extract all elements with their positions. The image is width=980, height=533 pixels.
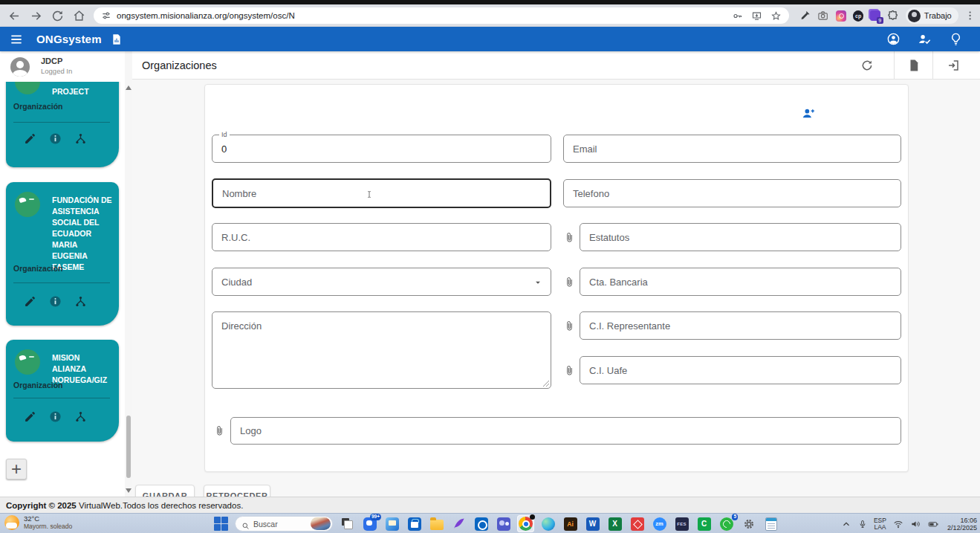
file-explorer-button[interactable] — [428, 515, 445, 532]
teams-button[interactable] — [495, 515, 512, 532]
tray-chevron-icon[interactable] — [841, 519, 851, 529]
system-tray: ESP LAA 16:06 2/12/2025 — [841, 514, 977, 533]
quill-app-button[interactable] — [450, 515, 467, 532]
attach-estatutos-icon[interactable] — [564, 230, 575, 245]
attach-ci-representante-icon[interactable] — [564, 319, 575, 333]
direccion-input[interactable] — [212, 312, 551, 388]
start-button[interactable] — [214, 517, 228, 531]
chrome-button[interactable] — [517, 515, 534, 532]
ruc-input[interactable] — [212, 224, 551, 251]
account-circle-icon[interactable] — [886, 32, 901, 46]
info-icon[interactable] — [49, 132, 62, 145]
id-field[interactable]: Id 0 — [212, 135, 551, 163]
cta-bancaria-input[interactable] — [580, 268, 901, 295]
home-button[interactable] — [72, 9, 86, 23]
nombre-input[interactable] — [213, 180, 550, 207]
eyedropper-extension-icon[interactable] — [799, 10, 811, 22]
user-approve-icon[interactable] — [918, 32, 932, 46]
whatsapp-button[interactable]: 5 — [718, 515, 735, 532]
hierarchy-icon[interactable] — [74, 132, 87, 145]
zoom-button[interactable]: zm — [651, 515, 668, 532]
attach-logo-icon[interactable] — [214, 424, 225, 438]
report-file-icon[interactable] — [907, 59, 921, 72]
edit-pencil-icon[interactable] — [24, 410, 36, 423]
edit-pencil-icon[interactable] — [24, 295, 36, 308]
person-add-icon[interactable] — [802, 107, 816, 120]
extensions-puzzle-icon[interactable] — [887, 10, 898, 22]
ciudad-select[interactable] — [212, 268, 551, 296]
widgets-button[interactable] — [383, 515, 400, 532]
clock[interactable]: 16:06 2/12/2025 — [947, 517, 977, 532]
scrollbar-thumb[interactable] — [126, 416, 131, 478]
ciudad-input[interactable] — [212, 268, 551, 295]
install-app-icon[interactable] — [751, 10, 762, 22]
bookmark-star-icon[interactable] — [770, 10, 782, 22]
attach-ci-uafe-icon[interactable] — [564, 364, 575, 378]
hamburger-menu-icon[interactable] — [9, 32, 24, 47]
info-icon[interactable] — [49, 410, 62, 423]
attach-cta-bancaria-icon[interactable] — [564, 275, 575, 289]
edge-button[interactable] — [539, 515, 556, 532]
forward-button[interactable] — [29, 9, 43, 23]
battery-icon[interactable] — [927, 519, 939, 529]
stack-extension-icon[interactable]: 9 — [870, 10, 880, 21]
site-settings-icon[interactable] — [101, 10, 111, 21]
email-field[interactable] — [563, 135, 901, 163]
telefono-input[interactable] — [564, 180, 901, 207]
email-input[interactable] — [564, 135, 901, 162]
hierarchy-icon[interactable] — [74, 410, 87, 423]
word-button[interactable]: W — [584, 515, 601, 532]
language-indicator[interactable]: ESP LAA — [874, 517, 886, 531]
scroll-down-arrow[interactable] — [126, 488, 132, 493]
settings-button[interactable] — [740, 515, 757, 532]
wifi-icon[interactable] — [893, 519, 903, 529]
hierarchy-icon[interactable] — [74, 295, 87, 308]
lightbulb-icon[interactable] — [949, 32, 963, 46]
cta-bancaria-field[interactable] — [580, 268, 901, 296]
ci-representante-field[interactable] — [580, 311, 901, 340]
cp-extension-icon[interactable]: cp — [853, 10, 863, 22]
dropdown-caret-icon[interactable] — [533, 277, 543, 288]
volume-icon[interactable] — [910, 519, 921, 529]
notes-app-button[interactable] — [762, 515, 779, 532]
scroll-up-arrow[interactable] — [126, 85, 132, 90]
camera-extension-icon[interactable] — [817, 10, 828, 22]
address-bar[interactable]: ongsystem.misionalianza.org/ongsystem/os… — [94, 7, 789, 24]
instagram-extension-icon[interactable] — [836, 10, 846, 22]
info-icon[interactable] — [49, 295, 62, 308]
ci-uafe-field[interactable] — [580, 356, 901, 384]
weather-widget[interactable]: 32°C Mayorm. soleado — [4, 515, 72, 530]
excel-button[interactable]: X — [606, 515, 623, 532]
direccion-field[interactable] — [212, 311, 551, 389]
taskbar-search[interactable]: Buscar — [235, 516, 333, 532]
illustrator-button[interactable]: Ai — [562, 515, 579, 532]
camtasia-button[interactable]: C — [695, 515, 713, 532]
sidebar-scrollbar — [125, 51, 132, 497]
password-key-icon[interactable] — [732, 10, 743, 22]
estatutos-input[interactable] — [580, 224, 901, 251]
task-view-button[interactable] — [339, 515, 356, 532]
logo-field[interactable] — [230, 417, 901, 445]
outlook-button[interactable] — [473, 515, 490, 532]
chat-app-button[interactable]: 99+ — [361, 515, 378, 532]
add-organization-button[interactable]: + — [6, 459, 27, 479]
fes-app-button[interactable]: FES — [673, 515, 690, 532]
estatutos-field[interactable] — [580, 223, 901, 251]
ci-uafe-input[interactable] — [580, 357, 901, 384]
ruc-field[interactable] — [212, 223, 551, 251]
refresh-icon[interactable] — [860, 59, 874, 72]
edit-pencil-icon[interactable] — [24, 132, 36, 145]
telefono-field[interactable] — [563, 179, 901, 207]
ci-representante-input[interactable] — [580, 312, 901, 339]
browser-menu-icon[interactable] — [964, 10, 976, 22]
store-button[interactable] — [406, 515, 423, 532]
reload-button[interactable] — [51, 9, 65, 23]
nombre-field[interactable] — [212, 178, 551, 208]
browser-profile-chip[interactable]: Trabajo — [906, 7, 958, 24]
back-button[interactable] — [7, 9, 22, 23]
diamond-app-button[interactable] — [629, 515, 646, 532]
exit-icon[interactable] — [947, 59, 960, 72]
microphone-icon[interactable] — [858, 519, 867, 529]
logo-input[interactable] — [231, 418, 901, 444]
resize-handle[interactable] — [543, 381, 549, 387]
